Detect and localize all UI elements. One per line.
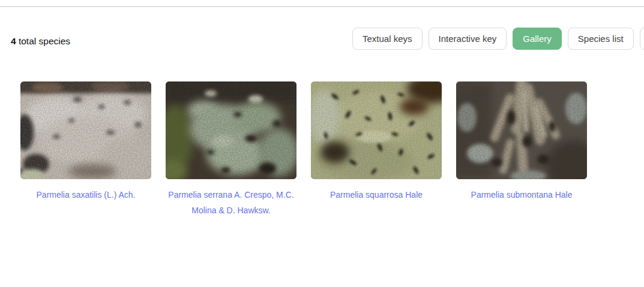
species-link-parmelia-saxatilis[interactable]: Parmelia saxatilis (L.) Ach. <box>20 187 151 203</box>
species-link-parmelia-serrana[interactable]: Parmelia serrana A. Crespo, M.C. Molina … <box>166 187 296 218</box>
species-link-parmelia-submontana[interactable]: Parmelia submontana Hale <box>456 187 587 203</box>
total-species-label: total species <box>16 36 70 46</box>
species-link-parmelia-squarrosa[interactable]: Parmelia squarrosa Hale <box>311 187 442 203</box>
species-gallery: Parmelia saxatilis (L.) Ach. <box>20 81 587 218</box>
species-photo-parmelia-submontana[interactable] <box>456 81 587 179</box>
species-card: Parmelia squarrosa Hale <box>311 81 442 218</box>
adjust-button-truncated[interactable]: Adju <box>640 28 644 50</box>
species-card: Parmelia serrana A. Crespo, M.C. Molina … <box>166 81 296 218</box>
toolbar: 4 total species Textual keys Interactive… <box>0 0 644 60</box>
species-photo-parmelia-saxatilis[interactable] <box>20 81 151 179</box>
species-list-button[interactable]: Species list <box>568 28 634 50</box>
species-photo-parmelia-squarrosa[interactable] <box>311 81 442 179</box>
species-card: Parmelia saxatilis (L.) Ach. <box>20 81 151 218</box>
species-photo-parmelia-serrana[interactable] <box>166 81 296 179</box>
interactive-key-button[interactable]: Interactive key <box>429 28 507 50</box>
view-button-group: Textual keys Interactive key Gallery Spe… <box>352 28 644 50</box>
gallery-button[interactable]: Gallery <box>513 28 562 50</box>
total-species-count: 4 <box>11 36 16 46</box>
species-card: Parmelia submontana Hale <box>456 81 587 218</box>
total-species-text: 4 total species <box>11 36 70 47</box>
textual-keys-button[interactable]: Textual keys <box>352 28 423 50</box>
